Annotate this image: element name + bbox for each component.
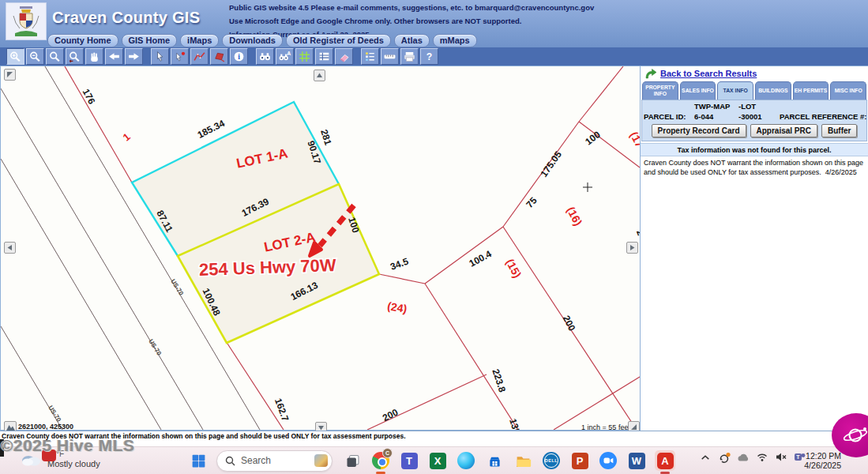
coordinate-readout: 2621000, 425300	[18, 423, 73, 430]
store-taskbar-icon[interactable]	[484, 450, 505, 471]
help-tool[interactable]: ?	[420, 48, 438, 65]
nav-tab-mmaps[interactable]: mMaps	[433, 34, 477, 47]
go-back-icon	[107, 51, 121, 62]
parcel-id-value: 6-044	[694, 112, 738, 121]
find-icon	[258, 51, 272, 62]
pan-up-icon	[316, 72, 323, 79]
clock-date: 4/26/2025	[804, 461, 841, 470]
table-tool[interactable]	[315, 48, 333, 65]
select-area-tool[interactable]	[210, 48, 228, 65]
twp-map-header: TWP-MAP	[694, 102, 738, 111]
nav-tab-atlas[interactable]: Atlas	[394, 34, 430, 47]
wifi-tray-icon[interactable]	[755, 451, 768, 463]
identify-info-tool[interactable]: i	[230, 48, 248, 65]
nav-tab-old-register-of-deeds[interactable]: Old Register of Deeds	[286, 34, 391, 47]
search-highlight-icon[interactable]	[314, 454, 328, 467]
select-pointer-icon	[153, 51, 167, 62]
zoom-window-tool[interactable]	[46, 48, 64, 65]
eraser-tool[interactable]	[335, 48, 353, 65]
zoom-out-tool[interactable]	[26, 48, 44, 65]
go-back-tool[interactable]	[105, 48, 123, 65]
go-forward-tool[interactable]	[125, 48, 143, 65]
hidden-icons-tray-icon[interactable]	[698, 451, 712, 463]
watermark-badge	[42, 450, 56, 461]
task-view-taskbar-icon[interactable]	[342, 450, 363, 471]
measure-tool[interactable]	[381, 48, 399, 65]
acrobat-taskbar-icon[interactable]: A	[655, 450, 675, 471]
nav-tab-gis-home[interactable]: GIS Home	[122, 34, 178, 47]
legend-icon	[363, 51, 377, 62]
taskbar-search[interactable]: Search	[216, 450, 333, 472]
header-message: Public GIS website 4.5 Please e-mail com…	[229, 1, 594, 14]
parcel-info-grid: TWP-MAP -LOT PARCEL ID: 6-044 -30001 PAR…	[644, 102, 865, 121]
table-icon	[318, 51, 331, 62]
pan-left-button[interactable]	[4, 242, 16, 254]
map-canvas[interactable]: 1761185.34LOT 1-A28190.1787.11176.39LOT …	[1, 66, 640, 430]
grid-tool[interactable]	[295, 48, 314, 65]
powerpoint-taskbar-icon[interactable]: P	[569, 450, 590, 471]
pan-nw-icon	[6, 71, 13, 78]
pinned-apps: CTXDELLPWA	[342, 450, 683, 471]
parcel-lot-value: -30001	[738, 112, 780, 121]
excel-taskbar-icon[interactable]: X	[427, 450, 448, 471]
taskbar-clock[interactable]: 12:20 PM 4/26/2025	[804, 451, 841, 470]
app-title: Craven County GIS	[52, 9, 200, 27]
find-address-tool[interactable]: A	[276, 48, 294, 65]
pan-nw-button[interactable]	[4, 69, 16, 81]
start-button[interactable]	[188, 450, 209, 471]
zoom-in-tool[interactable]	[6, 48, 24, 65]
nav-tab-imaps[interactable]: iMaps	[180, 34, 219, 47]
chrome-taskbar-icon[interactable]: C	[370, 450, 391, 471]
buffer-button[interactable]: Buffer	[821, 124, 857, 137]
tab-property-info[interactable]: PROPERTY INFO	[642, 81, 678, 100]
zoom-previous-icon	[68, 51, 81, 62]
dell-taskbar-icon[interactable]: DELL	[541, 450, 562, 471]
zoom-app-taskbar-icon[interactable]	[598, 450, 618, 471]
file-explorer-taskbar-icon[interactable]	[513, 450, 533, 471]
tab-buildings[interactable]: BUILDINGS	[755, 81, 791, 100]
measure-icon	[383, 51, 396, 62]
zoom-out-icon	[28, 51, 42, 62]
find-tool[interactable]	[256, 48, 274, 65]
pan-up-button[interactable]	[314, 70, 325, 81]
back-to-search-link[interactable]: Back to Search Results	[660, 69, 757, 78]
windows-logo-icon	[190, 453, 207, 469]
map-panel[interactable]: 1761185.34LOT 1-A28190.1787.11176.39LOT …	[0, 66, 641, 431]
parcel-id-label: PARCEL ID:	[644, 112, 694, 121]
tab-sales-info[interactable]: SALES INFO	[680, 81, 716, 100]
grid-icon	[298, 51, 311, 62]
map-toolbar: iA?	[0, 47, 868, 66]
nav-tab-downloads[interactable]: Downloads	[222, 34, 283, 47]
edge-taskbar-icon[interactable]	[456, 450, 476, 471]
measure-line-tool[interactable]	[190, 48, 209, 65]
legend-tool[interactable]	[361, 48, 379, 65]
property-record-card-button[interactable]: Property Record Card	[652, 124, 746, 137]
identify-point-tool[interactable]	[171, 48, 189, 65]
tab-tax-info[interactable]: TAX INFO	[717, 81, 753, 100]
pan-right-button[interactable]	[626, 242, 638, 254]
word-taskbar-icon[interactable]: W	[626, 450, 647, 471]
clock-time: 12:20 PM	[804, 451, 841, 461]
print-tool[interactable]	[400, 48, 419, 65]
weather-widget[interactable]: 76°F Mostly cloudy	[21, 450, 100, 468]
appraisal-prc-button[interactable]: Appraisal PRC	[750, 124, 817, 137]
select-pointer-tool[interactable]	[151, 48, 169, 65]
property-tabs: PROPERTY INFOSALES INFOTAX INFOBUILDINGS…	[641, 81, 868, 100]
svg-text:T: T	[796, 454, 800, 460]
parcel-ref-label: PARCEL REFERENCE #:	[780, 112, 867, 121]
onedrive-tray-icon[interactable]	[736, 451, 750, 463]
zoom-window-icon	[48, 51, 62, 62]
tab-misc-info[interactable]: MISC INFO	[830, 81, 866, 100]
pan-icon	[88, 51, 101, 62]
tab-eh-permits[interactable]: EH PERMITS	[793, 81, 829, 100]
find-address-icon: A	[278, 51, 291, 62]
nav-tab-county-home[interactable]: County Home	[47, 34, 118, 47]
volume-muted-tray-icon[interactable]	[774, 451, 787, 463]
crest-icon	[10, 5, 42, 38]
lot-header: -LOT	[738, 102, 780, 111]
zoom-previous-tool[interactable]	[66, 48, 84, 65]
search-icon	[225, 456, 235, 466]
pan-tool[interactable]	[85, 48, 103, 65]
teams-taskbar-icon[interactable]: T	[399, 450, 419, 471]
sync-tray-icon[interactable]	[717, 451, 731, 463]
